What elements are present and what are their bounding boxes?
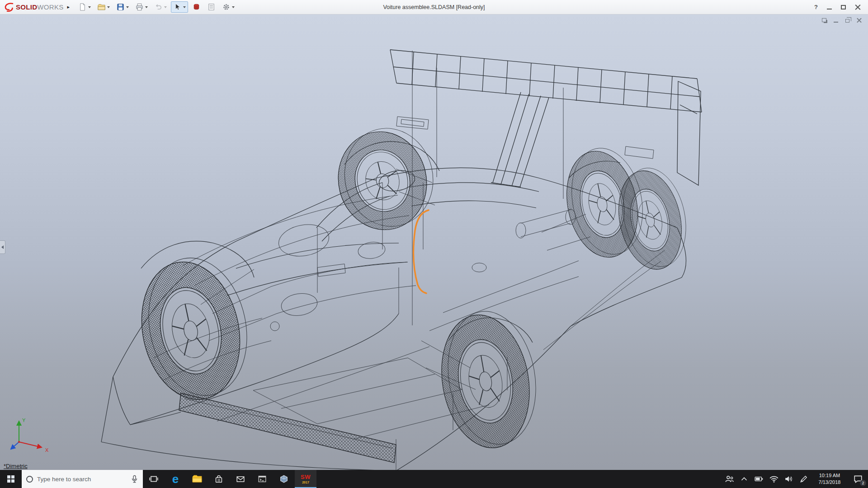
clock-time: 10:19 AM (811, 472, 848, 479)
view-orientation-label: *Dimetric (4, 463, 28, 469)
doc-cascade-icon[interactable] (822, 18, 826, 22)
taskbar-clock[interactable]: 10:19 AM 7/13/2018 (811, 470, 848, 488)
microphone-icon[interactable] (131, 475, 138, 483)
titlebar: SOLIDWORKS ▸ (0, 0, 868, 14)
doc-close-icon[interactable] (857, 18, 862, 23)
close-icon[interactable] (855, 4, 861, 10)
windows-logo-icon (7, 475, 14, 483)
pen-icon (799, 474, 809, 484)
gear-icon (222, 3, 231, 11)
menu-expand-arrow[interactable]: ▸ (67, 4, 70, 10)
file-explorer-icon (191, 473, 203, 485)
mail-icon (236, 474, 245, 484)
document-window-controls (822, 18, 862, 23)
document-title: Voiture assemblee.SLDASM [Read-only] (383, 4, 485, 10)
clock-date: 7/13/2018 (811, 479, 848, 486)
store-button[interactable] (208, 470, 230, 488)
feature-pane-collapse-tab[interactable] (0, 240, 5, 254)
file-explorer-button[interactable] (186, 470, 208, 488)
solidworks-logo-icon (4, 2, 14, 13)
evaluate-sheet-button[interactable] (205, 1, 218, 13)
dropdown-caret[interactable] (164, 6, 167, 8)
start-button[interactable] (0, 470, 22, 488)
battery-indicator[interactable] (751, 470, 766, 488)
new-document-icon (78, 3, 87, 11)
appearances-icon (192, 3, 201, 11)
options-button[interactable] (220, 1, 237, 13)
battery-icon (754, 474, 764, 484)
print-icon (135, 3, 144, 11)
notification-badge: 2 (860, 480, 866, 486)
edge-button[interactable]: e (165, 470, 186, 488)
edge-icon: e (172, 473, 179, 485)
new-document-button[interactable] (76, 1, 93, 13)
window-controls: ? (814, 4, 864, 10)
doc-minimize-icon[interactable] (834, 22, 838, 23)
quick-access-toolbar (76, 1, 237, 13)
doc-restore-icon[interactable] (845, 19, 849, 23)
chevron-up-icon (739, 474, 749, 484)
undo-button[interactable] (152, 1, 169, 13)
search-placeholder: Type here to search (37, 476, 91, 483)
select-cursor-icon (173, 3, 182, 11)
taskbar-search[interactable]: Type here to search (22, 470, 143, 488)
sheet-icon (207, 3, 216, 11)
solidworks-window: SOLIDWORKS ▸ (0, 0, 868, 488)
help-icon[interactable]: ? (814, 4, 818, 10)
x-axis-label: X (45, 447, 49, 453)
dropdown-caret[interactable] (126, 6, 129, 8)
dropdown-caret[interactable] (232, 6, 235, 8)
dropdown-caret[interactable] (145, 6, 148, 8)
save-button[interactable] (114, 1, 131, 13)
collapse-arrow-icon (1, 245, 4, 249)
task-view-button[interactable] (143, 470, 165, 488)
maximize-icon[interactable] (841, 5, 846, 9)
open-button[interactable] (95, 1, 112, 13)
graphics-viewport[interactable]: Y X *Dimetric (0, 14, 868, 470)
store-icon (214, 474, 224, 484)
solidworks-logo: SOLIDWORKS (4, 2, 64, 13)
cad-viewer-icon (279, 474, 289, 484)
show-hidden-icons-button[interactable] (736, 470, 751, 488)
solidworks-app-icon: SW 2017 (301, 474, 311, 484)
save-icon (116, 3, 125, 11)
pen-settings-button[interactable] (796, 470, 811, 488)
brand-works: WORKS (37, 3, 63, 11)
select-button[interactable] (171, 1, 188, 13)
cortana-icon (26, 476, 33, 483)
reference-triad: Y X (5, 414, 52, 454)
undo-icon (154, 3, 163, 11)
dropdown-caret[interactable] (107, 6, 110, 8)
y-axis-label: Y (22, 418, 26, 423)
x-axis-arrow (19, 442, 42, 447)
action-center-button[interactable]: 2 (848, 470, 868, 488)
console-window-icon (257, 474, 267, 484)
people-icon (724, 474, 734, 484)
cad-viewer-button[interactable] (273, 470, 295, 488)
volume-indicator[interactable] (781, 470, 796, 488)
highlighted-edge[interactable] (414, 210, 429, 293)
z-axis-arrow (11, 442, 19, 449)
minimize-icon[interactable] (827, 9, 832, 9)
dropdown-caret[interactable] (88, 6, 91, 8)
open-folder-icon (97, 3, 106, 11)
wifi-icon (769, 474, 779, 484)
dropdown-caret[interactable] (183, 6, 186, 8)
solidworks-taskbar-button[interactable]: SW 2017 (295, 470, 316, 488)
appearances-button[interactable] (190, 1, 203, 13)
taskbar-spacer (316, 470, 722, 488)
mail-button[interactable] (230, 470, 251, 488)
speaker-icon (784, 474, 794, 484)
console-button[interactable] (251, 470, 273, 488)
wireframe-car-model (0, 14, 868, 470)
task-view-icon (149, 474, 159, 484)
taskbar: Type here to search e (0, 470, 868, 488)
people-button[interactable] (722, 470, 736, 488)
print-button[interactable] (133, 1, 150, 13)
network-indicator[interactable] (766, 470, 781, 488)
brand-solid: SOLID (16, 3, 37, 11)
